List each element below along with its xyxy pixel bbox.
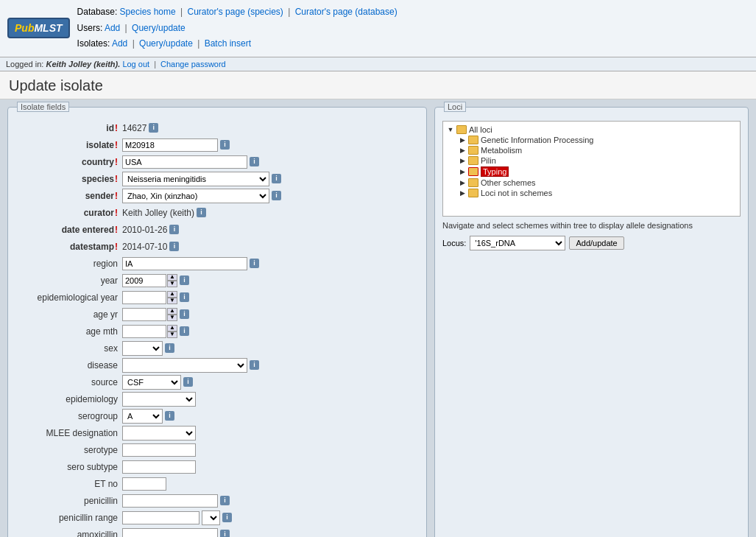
locus-select[interactable]: '16S_rDNA abcZ adk fumC gdh pdhC pgm [470,236,565,250]
tree-toggle-loci-not[interactable]: ▶ [458,189,467,197]
serogroup-select[interactable]: A [122,409,163,424]
label-penicillin-range: penicillin range [15,513,122,523]
field-row-age-yr: age yr ▲ ▼ i [15,307,419,322]
tree-label-all-loci: All loci [469,125,492,134]
users-line: Users: Add | Query/update [77,21,398,37]
info-country[interactable]: i [250,157,259,166]
logo-mlst: MLST [34,22,62,34]
info-region[interactable]: i [250,259,259,268]
datestamp-value: 2014-07-10 [122,242,167,252]
age-mth-down-btn[interactable]: ▼ [167,331,177,338]
info-penicillin[interactable]: i [220,496,230,505]
et-no-input[interactable] [122,477,166,491]
isolates-line: Isolates: Add | Query/update | Batch ins… [77,36,398,52]
field-row-age-mth: age mth ▲ ▼ i [15,324,419,339]
country-input[interactable] [122,155,247,169]
info-sender[interactable]: i [272,191,281,200]
tree-node-other-schemes[interactable]: ▶ Other schemes [458,178,737,188]
serotype-input[interactable] [122,443,196,457]
isolates-query-update-link[interactable]: Query/update [139,38,193,49]
info-age-yr[interactable]: i [180,309,189,319]
label-age-mth: age mth [15,326,122,337]
value-id: 14627 i [122,123,419,133]
label-age-yr: age yr [15,309,122,320]
isolate-input[interactable] [122,138,218,152]
locus-label: Locus: [442,239,466,248]
tree-node-all-loci[interactable]: ▼ All loci [446,124,737,135]
users-add-link[interactable]: Add [105,23,120,33]
penicillin-range-input[interactable] [122,511,199,524]
label-epi-year: epidemiological year [15,292,122,303]
age-yr-down-btn[interactable]: ▼ [167,315,177,321]
folder-icon-other-schemes [468,178,478,187]
tree-node-loci-not-in-schemes[interactable]: ▶ Loci not in schemes [458,188,737,198]
add-update-button[interactable]: Add/update [569,236,623,250]
tree-toggle-other-schemes[interactable]: ▶ [458,178,467,187]
field-row-region: region i [15,256,419,271]
info-disease[interactable]: i [250,360,259,370]
epidemiology-select[interactable] [122,392,196,407]
info-isolate[interactable]: i [220,140,230,150]
info-source[interactable]: i [183,377,193,387]
tree-node-genetic[interactable]: ▶ Genetic Information Processing [458,135,737,145]
label-serogroup: serogroup [15,411,122,421]
epi-year-down-btn[interactable]: ▼ [167,298,177,304]
curators-page-database-link[interactable]: Curator's page (database) [295,7,398,17]
curators-page-species-link[interactable]: Curator's page (species) [187,7,283,17]
info-penicillin-range[interactable]: i [222,513,232,522]
sender-select[interactable]: Zhao, Xin (xinzhao) [122,189,269,203]
isolates-batch-insert-link[interactable]: Batch insert [205,38,251,49]
region-input[interactable] [122,257,247,270]
info-serogroup[interactable]: i [165,411,174,421]
age-mth-spin: ▲ ▼ [122,325,177,338]
mlee-select[interactable] [122,426,196,441]
label-sero-subtype: sero subtype [15,462,122,472]
field-row-epi-year: epidemiological year ▲ ▼ i [15,290,419,305]
epi-year-input[interactable] [122,291,166,304]
age-mth-spin-btns: ▲ ▼ [167,325,177,338]
change-password-link[interactable]: Change password [160,60,226,69]
label-year: year [15,275,122,286]
year-down-btn[interactable]: ▼ [167,281,177,287]
tree-node-typing[interactable]: ▶ Typing [458,166,737,178]
tree-node-pilin[interactable]: ▶ Pilin [458,155,737,166]
sex-select[interactable]: M F [122,341,163,356]
log-out-link[interactable]: Log out [122,60,149,69]
info-id[interactable]: i [149,123,158,133]
users-label: Users: [77,23,103,33]
login-bar: Logged in: Keith Jolley (keith). Log out… [0,57,756,71]
penicillin-range-select[interactable] [202,510,220,525]
amoxicillin-input[interactable] [122,528,218,537]
info-curator[interactable]: i [197,208,206,217]
info-datestamp[interactable]: i [169,242,179,251]
penicillin-input[interactable] [122,494,218,508]
age-mth-input[interactable] [122,325,166,338]
info-date-entered[interactable]: i [169,225,179,234]
info-species[interactable]: i [272,174,281,183]
value-penicillin: i [122,494,419,508]
tree-label-pilin: Pilin [481,156,496,165]
year-input[interactable] [122,274,166,287]
date-entered-value: 2010-01-26 [122,225,167,235]
info-age-mth[interactable]: i [180,326,189,336]
age-yr-input[interactable] [122,308,166,321]
source-select[interactable]: CSF [122,375,181,390]
info-year[interactable]: i [180,275,189,285]
info-epi-year[interactable]: i [180,292,189,302]
sero-subtype-input[interactable] [122,460,196,474]
tree-toggle-genetic[interactable]: ▶ [458,136,467,144]
value-date-entered: 2010-01-26 i [122,225,419,235]
tree-toggle-typing[interactable]: ▶ [458,167,467,176]
tree-toggle-pilin[interactable]: ▶ [458,156,467,165]
disease-select[interactable] [122,358,247,373]
info-amoxicillin[interactable]: i [220,530,230,537]
isolates-add-link[interactable]: Add [112,38,127,49]
species-select[interactable]: Neisseria meningitidis [122,172,269,186]
tree-node-metabolism[interactable]: ▶ Metabolism [458,145,737,155]
tree-toggle-metabolism[interactable]: ▶ [458,146,467,155]
info-sex[interactable]: i [165,343,174,353]
species-home-link[interactable]: Species home [120,7,176,17]
label-isolate: isolate [15,140,122,150]
tree-toggle-all-loci[interactable]: ▼ [446,125,455,134]
users-query-update-link[interactable]: Query/update [132,23,186,33]
